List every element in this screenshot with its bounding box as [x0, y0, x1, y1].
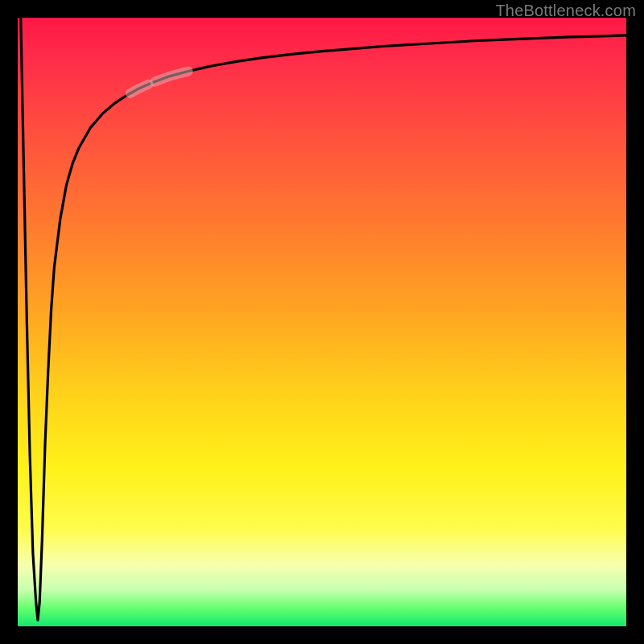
curve-layer	[18, 18, 626, 626]
watermark-text: TheBottleneck.com	[495, 2, 636, 20]
curve-highlight-2	[155, 72, 188, 82]
bottleneck-curve	[21, 18, 626, 620]
curve-highlight-1	[130, 85, 149, 93]
chart-frame: TheBottleneck.com	[0, 0, 644, 644]
plot-area	[18, 18, 626, 626]
